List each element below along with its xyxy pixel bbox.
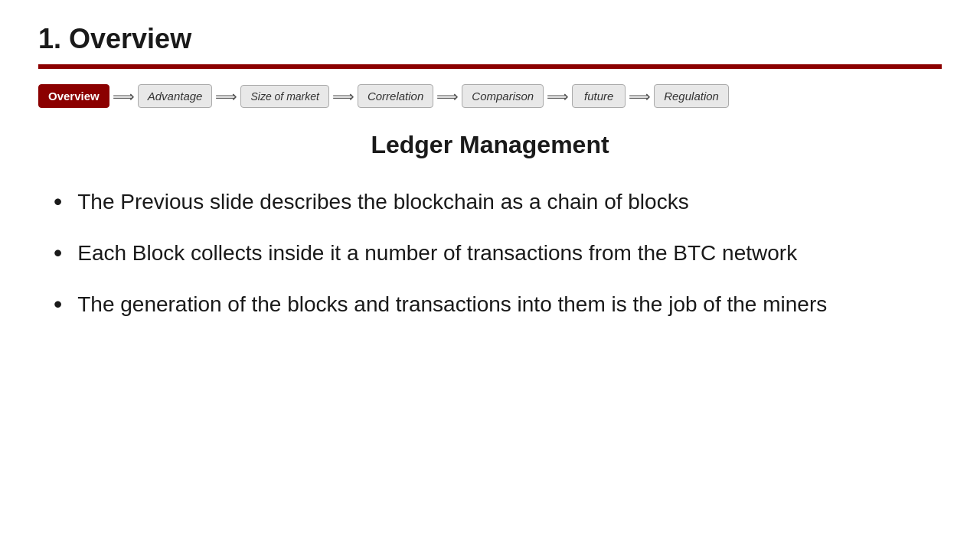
nav-btn-size-of-market[interactable]: Size of market bbox=[240, 85, 328, 108]
nav-btn-advantage[interactable]: Advantage bbox=[138, 84, 213, 108]
bullet-text-2: Each Block collects inside it a number o… bbox=[77, 238, 942, 268]
nav-item-overview[interactable]: Overview bbox=[38, 84, 109, 108]
arrow-icon-2: ⟹ bbox=[215, 87, 237, 106]
nav-btn-comparison[interactable]: Comparison bbox=[462, 84, 544, 108]
nav-btn-future[interactable]: future bbox=[572, 84, 626, 108]
nav-item-comparison[interactable]: Comparison bbox=[462, 84, 544, 108]
bullet-text-1: The Previous slide describes the blockch… bbox=[77, 187, 942, 217]
slide: 1. Overview Overview ⟹ Advantage ⟹ Size … bbox=[0, 0, 980, 551]
arrow-icon-4: ⟹ bbox=[436, 87, 459, 106]
slide-title: 1. Overview bbox=[38, 23, 942, 55]
navigation-bar: Overview ⟹ Advantage ⟹ Size of market ⟹ … bbox=[38, 84, 942, 108]
nav-item-correlation[interactable]: Correlation bbox=[358, 84, 433, 108]
content-heading: Ledger Management bbox=[38, 131, 942, 159]
nav-item-size-of-market[interactable]: Size of market bbox=[240, 85, 328, 108]
nav-btn-overview[interactable]: Overview bbox=[38, 84, 109, 108]
arrow-icon-6: ⟹ bbox=[629, 87, 651, 106]
nav-btn-correlation[interactable]: Correlation bbox=[358, 84, 433, 108]
nav-item-regulation[interactable]: Regulation bbox=[654, 84, 729, 108]
bullet-item-3: The generation of the blocks and transac… bbox=[54, 289, 942, 319]
red-divider bbox=[38, 64, 942, 69]
bullet-item-1: The Previous slide describes the blockch… bbox=[54, 187, 942, 217]
nav-btn-regulation[interactable]: Regulation bbox=[654, 84, 729, 108]
bullet-list: The Previous slide describes the blockch… bbox=[38, 187, 942, 320]
arrow-icon-3: ⟹ bbox=[332, 87, 354, 106]
arrow-icon-1: ⟹ bbox=[113, 87, 135, 106]
nav-item-advantage[interactable]: Advantage bbox=[138, 84, 213, 108]
nav-item-future[interactable]: future bbox=[572, 84, 626, 108]
bullet-text-3: The generation of the blocks and transac… bbox=[77, 289, 942, 319]
bullet-item-2: Each Block collects inside it a number o… bbox=[54, 238, 942, 268]
arrow-icon-5: ⟹ bbox=[547, 87, 569, 106]
